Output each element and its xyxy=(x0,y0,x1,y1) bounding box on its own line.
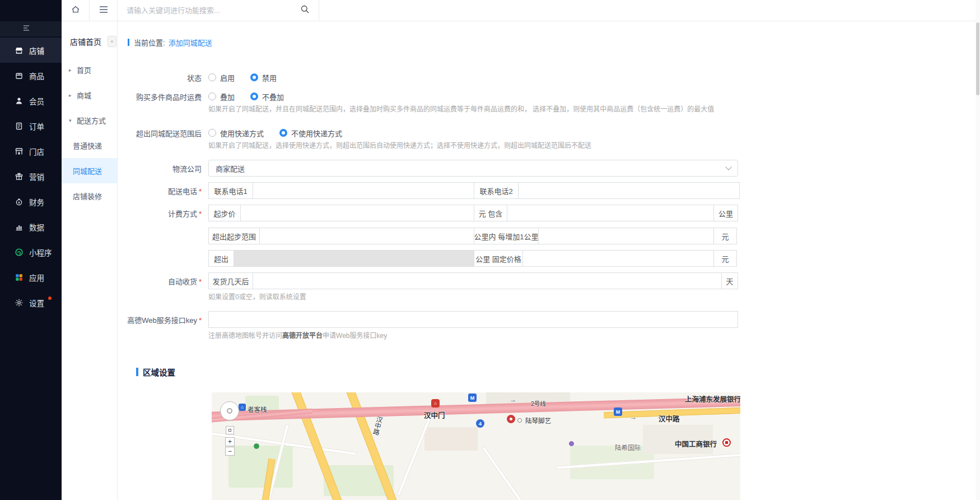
map-label-inn: 者客栈 xyxy=(248,405,267,414)
km-suffix: 公里 xyxy=(713,205,738,221)
search-input[interactable] xyxy=(127,6,300,15)
logistics-label: 物流公司 xyxy=(120,163,202,174)
submenu-item-city-delivery[interactable]: 同城配送 xyxy=(62,158,117,183)
sidebar-item-label: 应用 xyxy=(29,272,44,283)
sidebar-item-settings[interactable]: 设置 xyxy=(0,290,62,315)
sidebar-item-store[interactable]: 门店 xyxy=(0,138,62,164)
sidebar-item-member[interactable]: 会员 xyxy=(0,88,62,113)
map-poi-red-icon xyxy=(507,415,515,423)
page-scrollbar xyxy=(976,0,980,500)
page: 店铺 商品 会员 订单 门店 营销 xyxy=(0,0,980,500)
marketing-icon xyxy=(14,172,24,182)
map-compass-control[interactable] xyxy=(220,401,239,420)
sidebar-item-data[interactable]: 数据 xyxy=(0,214,62,239)
region-map[interactable]: ⌂ ⌂ M M 4 者客栈 汉中路 汉中门 → 2号线 陆琴脚艺 → 汉中路 上… xyxy=(212,392,740,500)
data-icon xyxy=(14,222,24,232)
map-locate-button[interactable] xyxy=(226,426,234,434)
multi-freight-row: 购买多件商品时运费 叠加 不叠加 xyxy=(120,91,284,102)
map-zoom-in-button[interactable]: + xyxy=(225,437,235,446)
home-icon xyxy=(71,4,81,17)
sidebar-item-order[interactable]: 订单 xyxy=(0,113,62,138)
submenu-item-mall[interactable]: ▸ 商城 xyxy=(62,82,117,108)
per-km-price-input[interactable] xyxy=(539,228,713,244)
breadcrumb-current-link[interactable]: 添加同城配送 xyxy=(169,37,212,48)
auto-receipt-help: 如果设置0或空，则读取系统设置 xyxy=(208,291,306,301)
phone2-input[interactable] xyxy=(519,183,739,198)
start-price-input[interactable] xyxy=(241,205,474,221)
sidebar-item-label: 店铺 xyxy=(29,45,44,56)
days-input[interactable] xyxy=(253,273,721,289)
radio-icon xyxy=(208,92,216,100)
sidebar-item-finance[interactable]: 财务 xyxy=(0,189,62,214)
map-label-hanzhongmen: 汉中门 xyxy=(424,410,445,420)
map-zoom-out-button[interactable]: − xyxy=(225,447,235,456)
submenu-item-label: 配送方式 xyxy=(77,115,106,126)
locate-icon xyxy=(228,429,231,432)
submenu-item-normal-express[interactable]: 普通快递 xyxy=(62,133,117,158)
yuan-suffix: 元 xyxy=(713,250,737,267)
logistics-select[interactable]: 商家配送 xyxy=(208,160,738,177)
submenu-item-delivery-methods[interactable]: ▾ 配送方式 xyxy=(62,108,117,133)
submenu-item-shop-decoration[interactable]: 店铺装修 xyxy=(62,183,117,209)
sidebar-item-goods[interactable]: 商品 xyxy=(0,63,62,88)
no-express-radio[interactable]: 不使用快递方式 xyxy=(279,128,342,138)
status-disable-radio[interactable]: 禁用 xyxy=(250,72,277,83)
start-price-prefix: 起步价 xyxy=(208,205,241,221)
sidebar-item-marketing[interactable]: 营销 xyxy=(0,164,62,189)
map-label-icbc-bank: 中国工商银行 xyxy=(675,438,717,449)
radio-checked-icon xyxy=(250,92,258,100)
scrollbar-thumb[interactable] xyxy=(976,22,979,95)
billing-group-1: 起步价 元 包含 公里 xyxy=(208,205,738,221)
chevron-right-icon: ▸ xyxy=(69,67,73,73)
sidebar-item-apps[interactable]: 应用 xyxy=(0,265,62,290)
sidebar-collapse-button[interactable] xyxy=(0,21,62,36)
sidebar-logo-area xyxy=(0,0,62,21)
amap-open-platform-link[interactable]: 高德开放平台 xyxy=(282,332,323,340)
sidebar-item-shop[interactable]: 店铺 xyxy=(0,38,62,63)
submenu-item-label: 同城配送 xyxy=(73,165,102,176)
map-poi-green-icon xyxy=(253,443,260,450)
auto-receipt-group: 发货几天后 天 xyxy=(208,272,738,289)
finance-icon xyxy=(14,197,24,207)
beyond-start-input[interactable] xyxy=(260,228,474,244)
sidebar-item-label: 财务 xyxy=(29,196,44,207)
global-search xyxy=(118,0,319,21)
include-km-input[interactable] xyxy=(507,205,713,221)
menu-toggle-button[interactable] xyxy=(90,0,118,21)
section-accent-bar xyxy=(136,368,138,376)
sidebar-item-miniprogram[interactable]: 小程序 xyxy=(0,239,62,265)
fixed-price-label: 公里 固定价格 xyxy=(474,250,523,267)
beyond-start-field xyxy=(259,228,474,244)
fixed-price-input[interactable] xyxy=(523,251,713,266)
billing-label: 计费方式* xyxy=(120,208,202,219)
map-road xyxy=(482,446,528,500)
beyond-range-row: 超出同城配送范围后 使用快递方式 不使用快递方式 xyxy=(120,127,342,138)
amap-key-input[interactable] xyxy=(209,312,738,327)
chevron-right-icon: ▸ xyxy=(69,92,73,98)
no-stack-radio[interactable]: 不叠加 xyxy=(250,91,284,102)
map-arrow: → xyxy=(510,396,516,404)
beyond-km-input-disabled xyxy=(234,251,474,266)
primary-sidebar: 店铺 商品 会员 订单 门店 营销 xyxy=(0,0,62,500)
radio-checked-icon xyxy=(279,129,287,137)
home-button[interactable] xyxy=(62,0,90,21)
submenu-item-label: 商城 xyxy=(77,90,91,100)
breadcrumb-accent-bar xyxy=(128,39,129,46)
stack-radio[interactable]: 叠加 xyxy=(208,91,235,102)
map-building-block xyxy=(424,427,478,451)
submenu-item-label: 普通快递 xyxy=(73,140,102,151)
search-icon[interactable] xyxy=(300,4,310,16)
multi-freight-label: 购买多件商品时运费 xyxy=(120,91,202,102)
breadcrumb-label: 当前位置: xyxy=(134,37,165,48)
submenu-collapse-button[interactable]: « xyxy=(108,36,116,47)
use-express-radio[interactable]: 使用快递方式 xyxy=(208,128,264,138)
phone2-prefix: 联系电话2 xyxy=(474,182,519,199)
phone1-input[interactable] xyxy=(253,183,474,198)
status-enable-radio[interactable]: 启用 xyxy=(208,72,235,83)
secondary-sidebar: 店铺首页 ▸ 首页 ▸ 商城 ▾ 配送方式 普通快递 同城配送 店铺装修 xyxy=(62,21,118,500)
billing-row-1: 计费方式* 起步价 元 包含 公里 xyxy=(120,205,738,221)
sidebar-nav: 店铺 商品 会员 订单 门店 营销 xyxy=(0,36,62,315)
submenu-item-home[interactable]: ▸ 首页 xyxy=(62,57,117,82)
phone-label: 配送电话* xyxy=(120,186,202,196)
billing-row-3: 超出 公里 固定价格 元 xyxy=(120,250,737,267)
